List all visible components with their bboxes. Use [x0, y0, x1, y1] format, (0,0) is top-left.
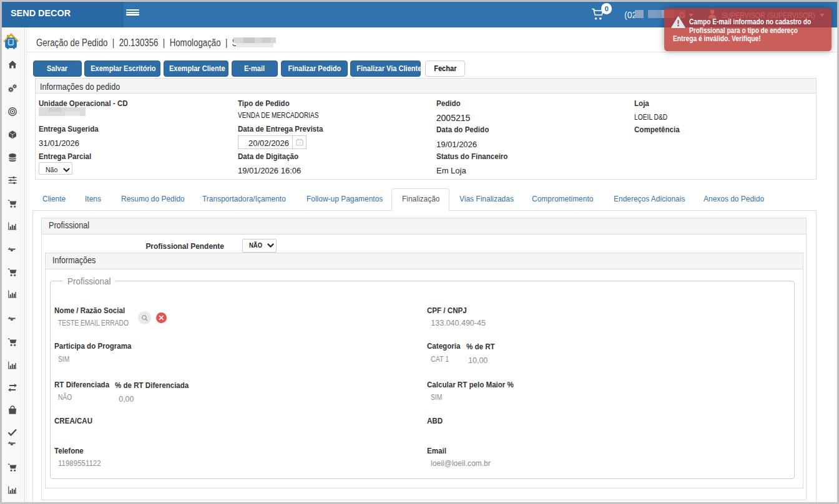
- svg-text:7: 7: [298, 142, 301, 145]
